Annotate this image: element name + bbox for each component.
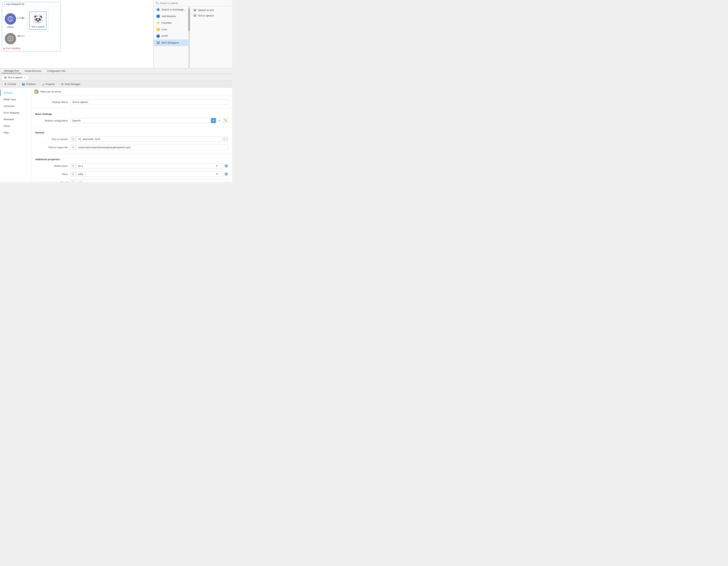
palette-search-input[interactable] bbox=[160, 2, 230, 5]
voice-select-wrapper: alloy ▼ bbox=[77, 171, 223, 177]
path-output-label: Path to output file: bbox=[35, 146, 68, 149]
sidebar-notes-label: Notes bbox=[4, 125, 10, 127]
palette-list: 🔷 Search in Exchange... 🔵 Add Modules ⭐ … bbox=[154, 6, 188, 68]
basic-settings-title: Basic Settings bbox=[35, 111, 228, 117]
core-icon: 🟡 bbox=[156, 28, 160, 31]
path-output-fx-btn[interactable]: fx bbox=[71, 145, 76, 150]
flow-container: ▼ mac-whisperer-tts bbox=[2, 2, 61, 51]
palette-item-http[interactable]: 🔵 HTTP bbox=[154, 33, 188, 39]
model-name-fx-btn[interactable]: fx bbox=[71, 163, 76, 169]
tab-message-flow-label: Message Flow bbox=[4, 70, 19, 72]
tab-text-to-speech[interactable]: 🐼 Text to speech × bbox=[2, 75, 28, 80]
tab-global-elements[interactable]: Global Elements bbox=[22, 69, 44, 73]
tab-message-flow[interactable]: Message Flow bbox=[2, 69, 21, 73]
console-tab-mule-debugger[interactable]: ⚙️ Mule Debugger bbox=[58, 82, 83, 86]
path-output-input[interactable] bbox=[77, 145, 228, 150]
module-config-add-btn[interactable]: + bbox=[217, 118, 222, 123]
bottom-section: 🐼 Text to speech × 🖥 Console 👥 Problems … bbox=[0, 74, 232, 182]
console-tab-progress[interactable]: 📊 Progress bbox=[39, 82, 57, 86]
palette-item-favorites[interactable]: ⭐ Favorites bbox=[154, 20, 188, 26]
palette-item-mac-whisperer[interactable]: 🐼 MAC Whisperer bbox=[154, 39, 188, 46]
module-config-select[interactable]: OpenAI bbox=[71, 118, 210, 123]
palette-item-label: Favorites bbox=[162, 21, 172, 24]
display-name-input[interactable] bbox=[71, 99, 228, 105]
text-to-convert-input[interactable] bbox=[77, 136, 222, 142]
collapse-arrow-icon[interactable]: ▼ bbox=[4, 3, 5, 5]
progress-icon: 📊 bbox=[42, 83, 45, 85]
palette-right-item-speech-to-text[interactable]: 🐼 Speech to text bbox=[192, 8, 220, 13]
sidebar-item-error-mapping[interactable]: Error Mapping bbox=[0, 109, 31, 116]
model-name-select-wrapper: tts-1 ▼ bbox=[77, 163, 223, 169]
display-name-section: Display Name: bbox=[31, 96, 232, 108]
speed-input[interactable] bbox=[77, 180, 228, 182]
module-config-dropdown-btn[interactable]: ▼ bbox=[211, 118, 216, 123]
additional-props-title: Additional properties bbox=[35, 156, 228, 162]
mac-whisperer-icon: 🐼 bbox=[156, 41, 160, 45]
path-output-row: Path to output file: fx bbox=[35, 143, 228, 151]
display-name-row: Display Name: bbox=[35, 98, 228, 106]
bottom-globe-icon bbox=[5, 33, 16, 44]
console-tab-console[interactable]: 🖥 Console bbox=[2, 82, 19, 86]
voice-controls: fx alloy ▼ ⚙️ bbox=[71, 171, 228, 177]
console-icon: 🖥 bbox=[4, 83, 6, 85]
bottom-globe-node[interactable] bbox=[5, 33, 16, 44]
sidebar-item-metadata[interactable]: Metadata bbox=[0, 116, 31, 123]
palette-scrollbar[interactable] bbox=[188, 6, 190, 68]
error-triangle-icon: ▶ bbox=[4, 47, 5, 49]
palette-right-item-text-to-speech[interactable]: 🐼 Text to speech bbox=[192, 13, 220, 18]
console-tabs-bar: 🖥 Console 👥 Problems 📊 Progress ⚙️ Mule … bbox=[0, 81, 232, 88]
voice-orange-icon[interactable]: ⚙️ bbox=[224, 172, 228, 176]
editor-tabs-bar: 🐼 Text to speech × bbox=[0, 74, 232, 81]
model-name-row: Model name: fx tts-1 ▼ ⚙️ bbox=[35, 162, 228, 170]
sidebar-metadata-label: Metadata bbox=[4, 118, 14, 121]
text-to-convert-row: Text to convert: fx ⋮⋮ bbox=[35, 135, 228, 143]
console-tab-label: Console bbox=[8, 83, 16, 85]
display-name-label: Display Name: bbox=[35, 101, 68, 103]
mule-debugger-tab-label: Mule Debugger bbox=[65, 83, 80, 85]
palette-item-label: HTTP bbox=[162, 35, 168, 38]
palette-layout: 🔷 Search in Exchange... 🔵 Add Modules ⭐ … bbox=[154, 6, 232, 68]
sidebar-item-help[interactable]: Help bbox=[0, 129, 31, 136]
listener-icon bbox=[5, 13, 16, 25]
sidebar-error-label: Error Mapping bbox=[4, 111, 19, 114]
sidebar-help-label: Help bbox=[4, 131, 9, 134]
basic-settings-section: Basic Settings Module configuration: Ope… bbox=[31, 108, 232, 127]
tab-close-button[interactable]: × bbox=[24, 76, 26, 79]
speed-controls: fx bbox=[71, 180, 228, 182]
sidebar-item-mime-type[interactable]: MIME Type bbox=[0, 96, 31, 103]
sidebar-nav: General MIME Type Advanced Error Mapping… bbox=[0, 88, 31, 182]
arrow-right-icon bbox=[17, 18, 25, 18]
text-to-convert-map-btn[interactable]: ⋮⋮ bbox=[223, 136, 228, 142]
tab-config-xml[interactable]: Configuration XML bbox=[44, 69, 68, 73]
voice-select[interactable]: alloy bbox=[77, 171, 223, 177]
tab-tts-label: Text to speech bbox=[8, 76, 22, 79]
sidebar-item-advanced[interactable]: Advanced bbox=[0, 103, 31, 109]
error-handling[interactable]: ▶ Error handling bbox=[2, 46, 60, 51]
palette-item-label: MAC Whisperer bbox=[162, 41, 179, 44]
palette-panel: 🔍 🔷 Search in Exchange... 🔵 Add Modules … bbox=[153, 0, 232, 68]
module-config-edit-btn[interactable]: ✏️ bbox=[223, 118, 228, 123]
no-errors-label: There are no errors. bbox=[40, 90, 62, 93]
speed-fx-btn[interactable]: fx bbox=[71, 180, 76, 182]
palette-item-search-exchange[interactable]: 🔷 Search in Exchange... bbox=[154, 6, 188, 13]
tts-node[interactable]: 🐼 Text to speech bbox=[29, 12, 47, 30]
voice-fx-btn[interactable]: fx bbox=[71, 171, 76, 177]
model-name-select[interactable]: tts-1 bbox=[77, 163, 223, 169]
additional-props-section: Additional properties Model name: fx tts… bbox=[31, 154, 232, 182]
favorites-icon: ⭐ bbox=[156, 21, 160, 25]
palette-right-label: Speech to text bbox=[198, 9, 214, 12]
panda-icon: 🐼 bbox=[32, 13, 43, 24]
listener-node[interactable]: Listener bbox=[5, 13, 16, 28]
console-tab-problems[interactable]: 👥 Problems bbox=[19, 82, 38, 86]
text-to-convert-fx-btn[interactable]: fx bbox=[71, 136, 76, 142]
flow-title-label: mac-whisperer-tts bbox=[6, 3, 24, 5]
sidebar-item-general[interactable]: General bbox=[0, 89, 31, 96]
palette-item-core[interactable]: 🟡 Core bbox=[154, 26, 188, 33]
http-icon: 🔵 bbox=[156, 34, 160, 38]
model-name-orange-icon[interactable]: ⚙️ bbox=[224, 164, 228, 168]
sidebar-item-notes[interactable]: Notes bbox=[0, 123, 31, 129]
speech-to-text-icon: 🐼 bbox=[193, 9, 196, 12]
sidebar-general-label: General bbox=[4, 91, 12, 94]
mf-tabs-bar: Message Flow Global Elements Configurati… bbox=[0, 68, 232, 74]
palette-item-add-modules[interactable]: 🔵 Add Modules bbox=[154, 13, 188, 20]
